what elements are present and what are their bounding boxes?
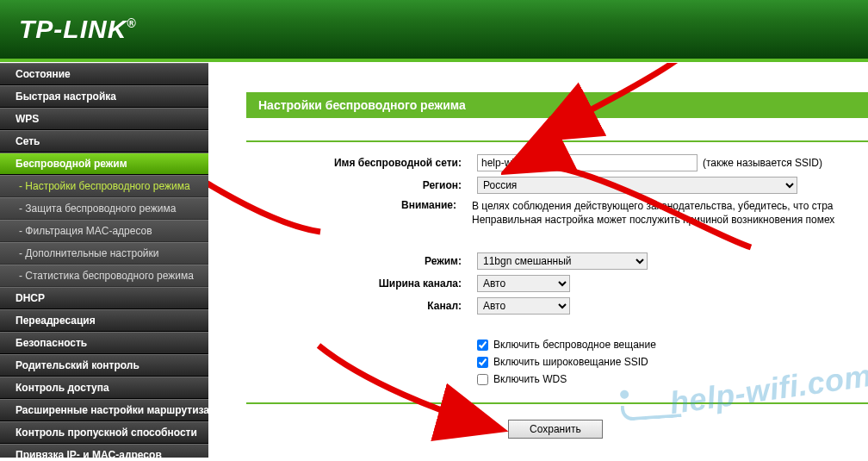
sidebar-item-wireless[interactable]: Беспроводной режим (0, 153, 208, 175)
sidebar-item-wps[interactable]: WPS (0, 108, 208, 130)
enable-wireless-label: Включить беспроводное вещание (493, 339, 656, 351)
sidebar-item-quick-setup[interactable]: Быстрая настройка (0, 85, 208, 108)
enable-wds-label: Включить WDS (493, 373, 567, 385)
sidebar-item-access-control[interactable]: Контроль доступа (0, 377, 208, 399)
ssid-input[interactable] (477, 154, 698, 171)
sidebar-item-dhcp[interactable]: DHCP (0, 287, 208, 309)
sidebar-sub-wireless-settings[interactable]: - Настройки беспроводного режима (0, 175, 208, 197)
ssid-hint: (также называется SSID) (703, 157, 822, 169)
separator (246, 402, 868, 404)
sidebar-sub-advanced[interactable]: - Дополнительные настройки (0, 242, 208, 265)
label-ssid: Имя беспроводной сети: (246, 157, 477, 169)
sidebar-nav: Состояние Быстрая настройка WPS Сеть Бес… (0, 63, 208, 458)
panel-title: Настройки беспроводного режима (246, 92, 868, 118)
label-region: Регион: (246, 179, 477, 191)
sidebar-item-network[interactable]: Сеть (0, 130, 208, 153)
label-mode: Режим: (246, 255, 477, 267)
sidebar-item-parental[interactable]: Родительский контроль (0, 354, 208, 377)
enable-ssid-broadcast-checkbox[interactable] (477, 357, 488, 368)
sidebar-sub-mac-filter[interactable]: - Фильтрация MAC-адресов (0, 220, 208, 242)
sidebar-item-routing[interactable]: Расширенные настройки маршрутиза (0, 399, 208, 421)
label-channel-width: Ширина канала: (246, 277, 477, 290)
warning-text: В целях соблюдения действующего законода… (472, 199, 868, 227)
enable-ssid-broadcast-label: Включить широковещание SSID (493, 356, 648, 368)
label-warning: Внимание: (246, 199, 472, 211)
sidebar-item-bandwidth[interactable]: Контроль пропускной способности (0, 421, 208, 444)
sidebar-sub-wireless-security[interactable]: - Защита беспроводного режима (0, 197, 208, 220)
sidebar-item-forwarding[interactable]: Переадресация (0, 309, 208, 332)
registered-icon: ® (127, 16, 136, 30)
sidebar-item-ip-mac-bind[interactable]: Привязка IP- и MAC-адресов (0, 444, 208, 458)
mode-select[interactable]: 11bgn смешанный (477, 252, 648, 270)
region-select[interactable]: Россия (477, 177, 797, 194)
app-header: TP-LINK® (0, 0, 868, 62)
sidebar-item-security[interactable]: Безопасность (0, 332, 208, 354)
channel-width-select[interactable]: Авто (477, 275, 570, 292)
enable-wireless-checkbox[interactable] (477, 340, 488, 351)
sidebar-sub-statistics[interactable]: - Статистика беспроводного режима (0, 265, 208, 287)
label-channel: Канал: (246, 300, 477, 312)
main-content: Настройки беспроводного режима Имя беспр… (208, 63, 868, 458)
save-button[interactable]: Сохранить (508, 420, 603, 439)
channel-select[interactable]: Авто (477, 297, 570, 315)
brand-text: TP-LINK (19, 15, 127, 43)
separator (246, 140, 868, 142)
sidebar-item-status[interactable]: Состояние (0, 63, 208, 85)
annotation-arrow-icon (312, 339, 510, 442)
brand-logo: TP-LINK® (19, 15, 137, 44)
enable-wds-checkbox[interactable] (477, 374, 488, 385)
